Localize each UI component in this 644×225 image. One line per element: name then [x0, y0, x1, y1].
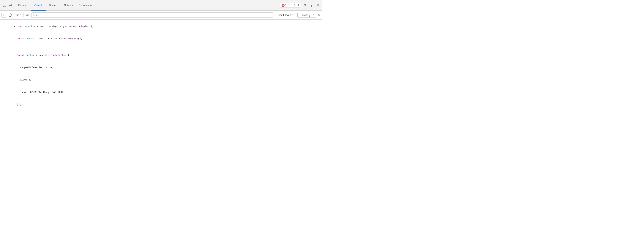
top-toolbar: Elements Console Sources Network Perform…: [0, 0, 322, 10]
live-expressions-button[interactable]: [25, 13, 30, 18]
close-icon[interactable]: ✕: [315, 2, 320, 8]
svg-rect-13: [4, 14, 5, 16]
svg-rect-5: [3, 6, 3, 6]
console-line-7: });: [5, 98, 320, 111]
clear-console-button[interactable]: [8, 13, 13, 18]
devtools-icons: [2, 2, 13, 8]
svg-line-7: [5, 6, 6, 7]
console-blank-line: [5, 45, 320, 49]
info-badge: 💬 1: [293, 4, 299, 7]
console-settings-icon[interactable]: ⚙: [318, 13, 320, 17]
console-output: ▶const adapter = await navigator.gpu.req…: [0, 20, 322, 112]
warn-icon: ⚠: [288, 4, 290, 7]
svg-point-17: [27, 14, 28, 15]
svg-point-6: [4, 5, 5, 6]
svg-point-16: [26, 14, 29, 16]
tab-list: Elements Console Sources Network Perform…: [15, 0, 280, 10]
context-selector[interactable]: top ▼: [14, 13, 24, 17]
info-icon: 💬: [294, 4, 297, 7]
filter-input[interactable]: [31, 12, 273, 18]
chevron-down-icon: ▼: [292, 14, 294, 16]
console-line-6: usage: GPUBufferUsage.MAP_READ,: [5, 86, 320, 98]
warn-badge: ⚠ 1: [288, 4, 292, 7]
sidebar-toggle-button[interactable]: [2, 13, 6, 18]
settings-icon[interactable]: ⚙: [302, 2, 308, 8]
code-block: ▶const adapter = await navigator.gpu.req…: [0, 20, 322, 112]
more-tabs-button[interactable]: »: [96, 2, 101, 8]
error-icon: ✕: [282, 4, 284, 7]
expand-arrow[interactable]: ▶: [14, 25, 16, 28]
console-toolbar: top ▼ Default levels ▼ 1 Issue: 💬 1 ⚙: [0, 10, 322, 20]
tab-sources[interactable]: Sources: [46, 0, 61, 10]
svg-rect-12: [3, 14, 4, 16]
issues-badge[interactable]: 1 Issue: 💬 1: [298, 13, 316, 18]
more-options-icon[interactable]: ⋮: [309, 3, 314, 7]
tab-elements[interactable]: Elements: [15, 0, 31, 10]
tab-console[interactable]: Console: [31, 0, 46, 10]
inspect-element-icon[interactable]: [2, 2, 7, 8]
log-levels-dropdown[interactable]: Default levels ▼: [275, 13, 296, 17]
console-line-1: ▶const adapter = await navigator.gpu.req…: [5, 20, 320, 32]
console-line-2: const device = await adapter.requestDevi…: [5, 32, 320, 45]
issue-info-icon: 💬: [309, 14, 312, 16]
svg-rect-1: [3, 4, 3, 5]
tab-network[interactable]: Network: [61, 0, 76, 10]
svg-rect-9: [11, 5, 12, 6]
error-badge: ✕ 1: [282, 4, 286, 7]
console-line-5: size: 6,: [5, 74, 320, 86]
chevron-down-icon: ▼: [20, 14, 22, 16]
device-toggle-icon[interactable]: [8, 2, 13, 8]
toolbar-right: ✕ 1 ⚠ 1 💬 1 ⚙ ⋮ ✕: [280, 2, 320, 8]
tab-performance[interactable]: Performance: [76, 0, 96, 10]
console-line-8: const arrayBuffer = buffer.getMappedRang…: [5, 111, 320, 112]
svg-rect-3: [5, 4, 6, 5]
svg-rect-8: [9, 4, 11, 6]
console-line-4: mappedAtCreation: true,: [5, 62, 320, 74]
console-line-3: const buffer = device.createBuffer({: [5, 49, 320, 62]
error-warning-badge[interactable]: ✕ 1 ⚠ 1 💬 1: [280, 3, 301, 8]
